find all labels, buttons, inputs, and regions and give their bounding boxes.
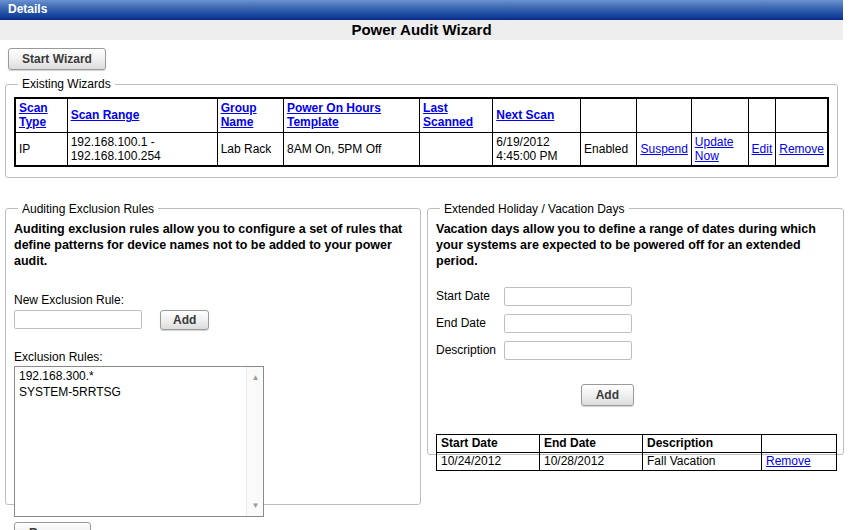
end-date-input[interactable] [504,314,632,333]
sort-last-scanned-link[interactable]: Last Scanned [423,101,473,129]
vacation-add-wrap: Add [434,384,634,406]
exclusion-rules-legend: Auditing Exclusion Rules [18,202,158,216]
scroll-up-icon[interactable]: ▲ [247,369,264,386]
wizard-scan-type: IP [15,132,67,166]
description-input[interactable] [504,341,632,360]
exclusion-rules-items: 192.168.300.* SYSTEM-5RRTSG [15,367,263,401]
exclusion-rules-list-label: Exclusion Rules: [14,350,414,364]
vacation-description-header: Description [643,434,762,452]
wizard-scan-range: 192.168.100.1 - 192.168.100.254 [67,132,217,166]
sort-scan-range-link[interactable]: Scan Range [71,108,140,122]
vacation-table-row: 10/24/2012 10/28/2012 Fall Vacation Remo… [437,452,837,470]
existing-wizards-table: Scan Type Scan Range Group Name Power On… [14,97,829,167]
wizard-next-scan: 6/19/2012 4:45:00 PM [493,132,581,166]
vacation-days-legend: Extended Holiday / Vacation Days [440,202,629,216]
details-title: Details [0,2,47,16]
wizard-table-row: IP 192.168.100.1 - 192.168.100.254 Lab R… [15,132,828,166]
end-date-label: End Date [436,316,504,330]
page-title-strip: Power Audit Wizard [0,20,843,40]
wizard-group-name: Lab Rack [217,132,283,166]
remove-wizard-link[interactable]: Remove [779,142,824,156]
suspend-link[interactable]: Suspend [640,142,687,156]
exclusion-rules-listbox[interactable]: 192.168.300.* SYSTEM-5RRTSG ▲ ▼ [14,366,264,517]
vacation-actions-header [762,434,837,452]
add-exclusion-rule-button[interactable]: Add [160,310,209,330]
wizard-status: Enabled [581,132,637,166]
sort-scan-type-link[interactable]: Scan Type [19,101,48,129]
vacation-days-table: Start Date End Date Description 10/24/20… [436,434,837,471]
scroll-down-icon[interactable]: ▼ [247,497,264,514]
new-exclusion-rule-row: Add [14,310,414,330]
vacation-end-date-header: End Date [540,434,643,452]
empty-header-edit [748,98,776,132]
start-date-row: Start Date [436,287,837,306]
sort-group-name-link[interactable]: Group Name [221,101,257,129]
details-title-bar: Details [0,0,843,20]
wizard-last-scanned [420,132,493,166]
vacation-description-cell: Fall Vacation [643,452,762,470]
description-row: Description [436,341,837,360]
wizards-header-row: Scan Type Scan Range Group Name Power On… [15,98,828,132]
start-date-label: Start Date [436,289,504,303]
new-exclusion-rule-input[interactable] [14,310,142,329]
update-now-link[interactable]: Update Now [695,135,734,163]
existing-wizards-section: Existing Wizards Scan Type Scan Range Gr… [5,77,838,178]
empty-header-suspend [637,98,691,132]
auditing-exclusion-rules-section: Auditing Exclusion Rules Auditing exclus… [5,202,421,505]
vacation-start-date: 10/24/2012 [437,452,540,470]
page-title: Power Audit Wizard [351,21,491,38]
vacation-description: Vacation days allow you to define a rang… [436,221,836,269]
add-vacation-button[interactable]: Add [581,384,634,406]
sort-next-scan-link[interactable]: Next Scan [496,108,554,122]
wizard-power-on-hours: 8AM On, 5PM Off [283,132,419,166]
lower-panels: Auditing Exclusion Rules Auditing exclus… [5,202,838,505]
empty-header-update [691,98,748,132]
listbox-scrollbar[interactable]: ▲ ▼ [246,367,263,516]
vacation-header-row: Start Date End Date Description [437,434,837,452]
edit-link[interactable]: Edit [752,142,773,156]
existing-wizards-legend: Existing Wizards [18,77,115,91]
start-wizard-button[interactable]: Start Wizard [8,48,106,70]
remove-exclusion-rule-button[interactable]: Remove [14,522,91,530]
vacation-start-date-header: Start Date [437,434,540,452]
exclusion-rule-item[interactable]: 192.168.300.* [15,368,263,384]
remove-vacation-link[interactable]: Remove [766,454,811,468]
empty-header-status [581,98,637,132]
start-date-input[interactable] [504,287,632,306]
page-container: Details Power Audit Wizard Start Wizard … [0,0,843,530]
vacation-end-date: 10/28/2012 [540,452,643,470]
end-date-row: End Date [436,314,837,333]
new-exclusion-rule-label: New Exclusion Rule: [14,293,414,307]
exclusion-rule-item[interactable]: SYSTEM-5RRTSG [15,384,263,400]
exclusion-description: Auditing exclusion rules allow you to co… [14,221,414,269]
empty-header-remove [776,98,828,132]
description-label: Description [436,343,504,357]
sort-power-on-hours-link[interactable]: Power On Hours Template [287,101,381,129]
vacation-days-section: Extended Holiday / Vacation Days Vacatio… [427,202,844,455]
